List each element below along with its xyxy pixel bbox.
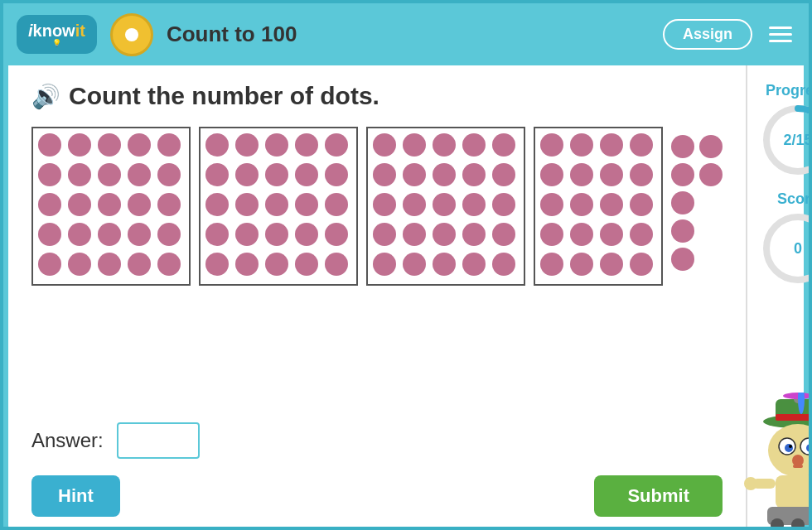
dots-area	[31, 127, 723, 398]
dot	[403, 163, 426, 186]
dot	[157, 133, 181, 157]
loose-row	[671, 135, 723, 158]
logo-know: know	[33, 22, 75, 41]
loose-row	[671, 248, 723, 271]
lesson-icon	[110, 13, 153, 56]
dot	[157, 253, 181, 276]
hint-button[interactable]: Hint	[31, 475, 120, 517]
dot	[98, 253, 121, 276]
sound-icon[interactable]: 🔊	[31, 83, 60, 110]
dot	[205, 163, 229, 186]
menu-button[interactable]	[766, 23, 795, 46]
dot	[630, 133, 653, 157]
loose-row	[671, 219, 723, 243]
svg-rect-19	[776, 475, 812, 508]
svg-point-7	[783, 393, 812, 399]
dot	[373, 193, 396, 216]
dot	[295, 223, 318, 246]
dot	[157, 163, 181, 186]
answer-label: Answer:	[31, 429, 104, 452]
loose-row	[671, 191, 723, 214]
dot	[600, 193, 623, 216]
dot	[38, 163, 61, 186]
dot	[540, 253, 563, 276]
dot	[265, 193, 288, 216]
dot	[295, 253, 318, 276]
dot	[671, 135, 694, 158]
score-circle: 0	[761, 211, 812, 286]
dot	[462, 133, 486, 157]
dot-grid-4	[534, 127, 663, 286]
dot	[699, 163, 723, 186]
lesson-icon-dot	[125, 28, 138, 41]
svg-point-13	[785, 444, 793, 452]
dot-grid-1	[31, 127, 191, 286]
dot	[98, 223, 121, 246]
dot	[403, 133, 426, 157]
dot	[671, 248, 694, 271]
dot	[462, 223, 486, 246]
dot	[403, 223, 426, 246]
svg-rect-9	[776, 414, 812, 421]
dot	[265, 223, 288, 246]
assign-button[interactable]: Assign	[663, 19, 752, 50]
right-panel: Progress 2/15 Score 0	[747, 65, 812, 530]
progress-value: 2/15	[783, 132, 812, 149]
score-label: Score	[761, 190, 812, 208]
dot	[600, 133, 623, 157]
svg-point-12	[800, 438, 812, 455]
dot	[600, 253, 623, 276]
dot	[492, 223, 515, 246]
dot	[235, 193, 259, 216]
dot	[492, 133, 515, 157]
dot	[68, 163, 91, 186]
dot	[462, 163, 486, 186]
dot	[462, 193, 486, 216]
dot	[295, 193, 318, 216]
dot	[128, 133, 151, 157]
dot	[38, 193, 61, 216]
dot	[295, 133, 318, 157]
logo: i know it 💡	[17, 15, 97, 54]
svg-point-2	[766, 217, 812, 280]
svg-rect-18	[793, 465, 803, 468]
logo-it: it	[75, 22, 85, 41]
progress-section: Progress 2/15	[761, 82, 812, 177]
answer-input[interactable]	[117, 422, 200, 459]
left-panel: 🔊 Count the number of dots.	[8, 65, 747, 530]
dot	[128, 193, 151, 216]
answer-area: Answer:	[31, 422, 723, 459]
dot	[157, 223, 181, 246]
main-content: 🔊 Count the number of dots.	[8, 65, 804, 530]
dot	[38, 223, 61, 246]
loose-row	[671, 163, 723, 186]
dot	[205, 193, 229, 216]
robot-character	[736, 393, 812, 525]
dot	[68, 193, 91, 216]
dot	[699, 135, 723, 158]
hamburger-line-1	[769, 26, 792, 29]
dot	[205, 253, 229, 276]
dot	[630, 253, 653, 276]
dot	[128, 223, 151, 246]
dot	[373, 163, 396, 186]
dot	[630, 223, 653, 246]
progress-circle: 2/15	[761, 103, 812, 177]
dot	[630, 193, 653, 216]
dot	[98, 163, 121, 186]
dot	[205, 223, 229, 246]
dot	[325, 133, 348, 157]
dot	[373, 133, 396, 157]
dot	[265, 163, 288, 186]
dot	[671, 191, 694, 214]
dot	[235, 133, 259, 157]
svg-point-17	[792, 455, 804, 466]
dot	[128, 253, 151, 276]
dot	[128, 163, 151, 186]
dot	[630, 163, 653, 186]
dot-grid-3	[366, 127, 525, 286]
dot	[570, 223, 593, 246]
dot	[671, 219, 694, 243]
submit-button[interactable]: Submit	[594, 475, 723, 517]
dot	[492, 193, 515, 216]
